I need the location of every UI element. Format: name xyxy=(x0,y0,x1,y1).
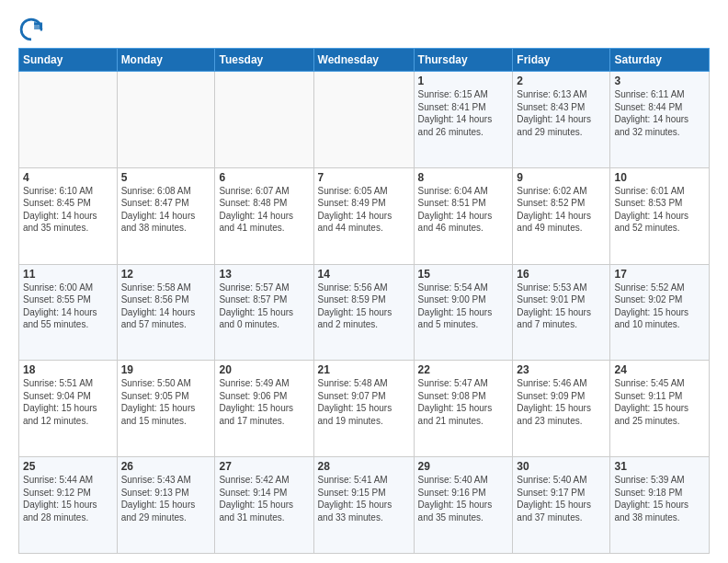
logo-icon xyxy=(18,17,44,42)
day-number: 24 xyxy=(614,363,705,376)
week-row-2: 4Sunrise: 6:10 AM Sunset: 8:45 PM Daylig… xyxy=(19,167,710,264)
day-number: 2 xyxy=(517,75,606,87)
day-number: 22 xyxy=(418,363,509,376)
calendar-cell: 14Sunrise: 5:56 AM Sunset: 8:59 PM Dayli… xyxy=(313,264,414,361)
day-info: Sunrise: 6:11 AM Sunset: 8:44 PM Dayligh… xyxy=(614,88,705,138)
day-number: 7 xyxy=(318,171,410,184)
day-info: Sunrise: 5:44 AM Sunset: 9:12 PM Dayligh… xyxy=(23,474,113,523)
header xyxy=(18,17,710,42)
col-header-wednesday: Wednesday xyxy=(313,49,414,72)
day-number: 23 xyxy=(517,363,606,376)
day-info: Sunrise: 6:15 AM Sunset: 8:41 PM Dayligh… xyxy=(418,88,509,138)
calendar-cell: 27Sunrise: 5:42 AM Sunset: 9:14 PM Dayli… xyxy=(215,457,313,554)
day-info: Sunrise: 5:42 AM Sunset: 9:14 PM Dayligh… xyxy=(219,474,309,523)
day-info: Sunrise: 5:43 AM Sunset: 9:13 PM Dayligh… xyxy=(121,474,211,523)
day-number: 4 xyxy=(23,171,113,184)
calendar-table: SundayMondayTuesdayWednesdayThursdayFrid… xyxy=(18,48,710,554)
calendar-cell: 1Sunrise: 6:15 AM Sunset: 8:41 PM Daylig… xyxy=(414,72,513,168)
calendar-cell: 6Sunrise: 6:07 AM Sunset: 8:48 PM Daylig… xyxy=(215,167,313,264)
day-info: Sunrise: 6:10 AM Sunset: 8:45 PM Dayligh… xyxy=(23,185,113,235)
calendar-cell: 23Sunrise: 5:46 AM Sunset: 9:09 PM Dayli… xyxy=(513,361,610,457)
col-header-saturday: Saturday xyxy=(610,49,710,72)
col-header-friday: Friday xyxy=(513,49,610,72)
logo xyxy=(18,17,48,42)
day-info: Sunrise: 6:02 AM Sunset: 8:52 PM Dayligh… xyxy=(517,185,606,235)
day-number: 10 xyxy=(614,171,705,184)
col-header-sunday: Sunday xyxy=(19,49,118,72)
day-info: Sunrise: 5:58 AM Sunset: 8:56 PM Dayligh… xyxy=(121,282,211,331)
calendar-cell: 29Sunrise: 5:40 AM Sunset: 9:16 PM Dayli… xyxy=(414,457,513,554)
calendar-cell xyxy=(19,72,118,168)
calendar-cell: 10Sunrise: 6:01 AM Sunset: 8:53 PM Dayli… xyxy=(610,167,710,264)
day-info: Sunrise: 6:05 AM Sunset: 8:49 PM Dayligh… xyxy=(318,185,410,235)
day-info: Sunrise: 6:07 AM Sunset: 8:48 PM Dayligh… xyxy=(219,185,309,235)
day-number: 9 xyxy=(517,171,606,184)
day-number: 6 xyxy=(219,171,309,184)
calendar-cell: 18Sunrise: 5:51 AM Sunset: 9:04 PM Dayli… xyxy=(19,361,118,457)
day-number: 29 xyxy=(418,460,509,473)
week-row-3: 11Sunrise: 6:00 AM Sunset: 8:55 PM Dayli… xyxy=(19,264,710,361)
calendar-cell: 22Sunrise: 5:47 AM Sunset: 9:08 PM Dayli… xyxy=(414,361,513,457)
calendar-cell: 13Sunrise: 5:57 AM Sunset: 8:57 PM Dayli… xyxy=(215,264,313,361)
day-info: Sunrise: 5:41 AM Sunset: 9:15 PM Dayligh… xyxy=(318,474,410,523)
day-number: 27 xyxy=(219,460,309,473)
calendar-cell: 11Sunrise: 6:00 AM Sunset: 8:55 PM Dayli… xyxy=(19,264,118,361)
calendar-cell: 12Sunrise: 5:58 AM Sunset: 8:56 PM Dayli… xyxy=(117,264,215,361)
calendar-cell: 2Sunrise: 6:13 AM Sunset: 8:43 PM Daylig… xyxy=(513,72,610,168)
day-info: Sunrise: 5:39 AM Sunset: 9:18 PM Dayligh… xyxy=(614,474,705,523)
calendar-cell: 16Sunrise: 5:53 AM Sunset: 9:01 PM Dayli… xyxy=(513,264,610,361)
day-info: Sunrise: 6:00 AM Sunset: 8:55 PM Dayligh… xyxy=(23,282,113,331)
day-info: Sunrise: 5:46 AM Sunset: 9:09 PM Dayligh… xyxy=(517,377,606,427)
day-number: 15 xyxy=(418,268,509,281)
day-number: 5 xyxy=(121,171,211,184)
calendar-cell: 8Sunrise: 6:04 AM Sunset: 8:51 PM Daylig… xyxy=(414,167,513,264)
day-number: 30 xyxy=(517,460,606,473)
calendar-cell xyxy=(215,72,313,168)
calendar-cell: 30Sunrise: 5:40 AM Sunset: 9:17 PM Dayli… xyxy=(513,457,610,554)
day-number: 28 xyxy=(318,460,410,473)
day-info: Sunrise: 5:51 AM Sunset: 9:04 PM Dayligh… xyxy=(23,377,113,427)
day-number: 18 xyxy=(23,363,113,376)
calendar-cell: 28Sunrise: 5:41 AM Sunset: 9:15 PM Dayli… xyxy=(313,457,414,554)
calendar-cell xyxy=(313,72,414,168)
day-number: 8 xyxy=(418,171,509,184)
day-number: 1 xyxy=(418,75,509,87)
day-info: Sunrise: 5:57 AM Sunset: 8:57 PM Dayligh… xyxy=(219,282,309,331)
day-info: Sunrise: 6:01 AM Sunset: 8:53 PM Dayligh… xyxy=(614,185,705,235)
col-header-monday: Monday xyxy=(117,49,215,72)
calendar-cell: 4Sunrise: 6:10 AM Sunset: 8:45 PM Daylig… xyxy=(19,167,118,264)
day-info: Sunrise: 5:54 AM Sunset: 9:00 PM Dayligh… xyxy=(418,282,509,331)
col-header-tuesday: Tuesday xyxy=(215,49,313,72)
day-info: Sunrise: 5:52 AM Sunset: 9:02 PM Dayligh… xyxy=(614,282,705,331)
page: SundayMondayTuesdayWednesdayThursdayFrid… xyxy=(0,0,728,563)
calendar-cell: 20Sunrise: 5:49 AM Sunset: 9:06 PM Dayli… xyxy=(215,361,313,457)
day-info: Sunrise: 5:50 AM Sunset: 9:05 PM Dayligh… xyxy=(121,377,211,427)
day-info: Sunrise: 5:49 AM Sunset: 9:06 PM Dayligh… xyxy=(219,377,309,427)
calendar-cell: 25Sunrise: 5:44 AM Sunset: 9:12 PM Dayli… xyxy=(19,457,118,554)
day-number: 13 xyxy=(219,268,309,281)
day-number: 20 xyxy=(219,363,309,376)
day-info: Sunrise: 5:45 AM Sunset: 9:11 PM Dayligh… xyxy=(614,377,705,427)
day-info: Sunrise: 5:48 AM Sunset: 9:07 PM Dayligh… xyxy=(318,377,410,427)
day-number: 14 xyxy=(318,268,410,281)
week-row-5: 25Sunrise: 5:44 AM Sunset: 9:12 PM Dayli… xyxy=(19,457,710,554)
day-number: 25 xyxy=(23,460,113,473)
day-number: 12 xyxy=(121,268,211,281)
calendar-cell: 26Sunrise: 5:43 AM Sunset: 9:13 PM Dayli… xyxy=(117,457,215,554)
calendar-cell: 3Sunrise: 6:11 AM Sunset: 8:44 PM Daylig… xyxy=(610,72,710,168)
calendar-cell: 5Sunrise: 6:08 AM Sunset: 8:47 PM Daylig… xyxy=(117,167,215,264)
calendar-cell: 31Sunrise: 5:39 AM Sunset: 9:18 PM Dayli… xyxy=(610,457,710,554)
day-info: Sunrise: 5:47 AM Sunset: 9:08 PM Dayligh… xyxy=(418,377,509,427)
day-number: 17 xyxy=(614,268,705,281)
calendar-cell: 9Sunrise: 6:02 AM Sunset: 8:52 PM Daylig… xyxy=(513,167,610,264)
day-info: Sunrise: 6:13 AM Sunset: 8:43 PM Dayligh… xyxy=(517,88,606,138)
header-row: SundayMondayTuesdayWednesdayThursdayFrid… xyxy=(19,49,710,72)
calendar-cell: 19Sunrise: 5:50 AM Sunset: 9:05 PM Dayli… xyxy=(117,361,215,457)
day-info: Sunrise: 5:56 AM Sunset: 8:59 PM Dayligh… xyxy=(318,282,410,331)
day-number: 19 xyxy=(121,363,211,376)
day-info: Sunrise: 5:40 AM Sunset: 9:16 PM Dayligh… xyxy=(418,474,509,523)
day-info: Sunrise: 6:08 AM Sunset: 8:47 PM Dayligh… xyxy=(121,185,211,235)
week-row-4: 18Sunrise: 5:51 AM Sunset: 9:04 PM Dayli… xyxy=(19,361,710,457)
calendar-cell: 24Sunrise: 5:45 AM Sunset: 9:11 PM Dayli… xyxy=(610,361,710,457)
calendar-cell: 7Sunrise: 6:05 AM Sunset: 8:49 PM Daylig… xyxy=(313,167,414,264)
